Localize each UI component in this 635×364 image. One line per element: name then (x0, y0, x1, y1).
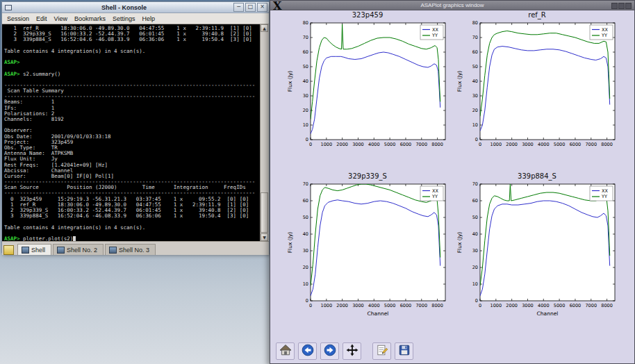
back-button[interactable] (298, 342, 317, 360)
scroll-up-icon[interactable]: ▲ (261, 24, 268, 32)
tab-shell[interactable]: Shell (17, 244, 51, 255)
menu-view[interactable]: View (51, 15, 71, 23)
window-button-1[interactable] (611, 3, 618, 9)
svg-text:60: 60 (472, 198, 478, 204)
plot-canvas[interactable]: 0102030405060700100020003000400050006000… (286, 181, 450, 329)
svg-text:Flux (Jy): Flux (Jy) (456, 71, 463, 92)
konsole-window: Shell - Konsole − □ × SessionEditViewBoo… (1, 1, 270, 253)
home-button[interactable] (276, 342, 295, 360)
konsole-titlebar[interactable]: Shell - Konsole − □ × (2, 2, 269, 13)
terminal-line: Channels: 8192 (4, 117, 261, 122)
svg-text:Flux (Jy): Flux (Jy) (456, 232, 463, 254)
pan-button[interactable] (343, 342, 361, 360)
window-button-3[interactable] (625, 3, 632, 9)
plot-canvas[interactable]: 0102030405060708001000200030004000500060… (455, 20, 619, 167)
svg-text:40: 40 (303, 231, 308, 237)
terminal-line (4, 122, 261, 128)
scroll-down-icon[interactable]: ▼ (261, 233, 268, 241)
terminal-line: ASAP> plotter.plot(s2) (4, 236, 261, 241)
svg-text:20: 20 (472, 265, 478, 270)
svg-text:40: 40 (472, 231, 478, 237)
close-button[interactable]: × (257, 3, 267, 12)
menu-session[interactable]: Session (3, 15, 33, 23)
edit-icon (376, 344, 388, 358)
svg-text:1000: 1000 (321, 142, 333, 147)
svg-text:4000: 4000 (538, 303, 550, 308)
svg-text:60: 60 (303, 49, 308, 55)
subplot-title: ref_R (455, 11, 619, 20)
minimize-button[interactable]: − (233, 3, 244, 12)
svg-text:70: 70 (472, 35, 478, 40)
konsole-window-title: Shell - Konsole (15, 4, 233, 11)
svg-text:0: 0 (479, 303, 481, 308)
new-session-icon[interactable] (3, 245, 14, 255)
svg-text:50: 50 (303, 64, 308, 69)
menu-help[interactable]: Help (138, 15, 158, 23)
menu-settings[interactable]: Settings (109, 15, 139, 23)
subplot-title: 329p339_S (286, 172, 450, 181)
svg-text:0: 0 (309, 142, 312, 147)
scrollbar-thumb[interactable] (261, 192, 268, 233)
svg-text:2000: 2000 (336, 303, 348, 308)
svg-text:YY: YY (431, 194, 438, 199)
svg-text:1000: 1000 (490, 303, 502, 308)
svg-text:20: 20 (303, 265, 308, 270)
svg-text:40: 40 (303, 78, 308, 84)
svg-text:YY: YY (601, 194, 607, 199)
plot-canvas[interactable]: 0102030405060700100020003000400050006000… (455, 181, 619, 329)
svg-text:3000: 3000 (522, 142, 534, 147)
menu-edit[interactable]: Edit (33, 15, 51, 23)
svg-text:10: 10 (472, 122, 478, 128)
svg-text:0: 0 (475, 137, 478, 142)
terminal-line: Table contains 4 integration(s) in 4 sca… (4, 49, 261, 54)
terminal-output[interactable]: 1 ref_R 18:30:06.0 -49.89.30.0 04:47:55 … (2, 24, 261, 241)
svg-text:20: 20 (303, 108, 308, 113)
forward-button[interactable] (320, 342, 339, 360)
svg-text:Channel: Channel (537, 311, 559, 317)
shell-tab-icon (109, 247, 117, 254)
plot-canvas[interactable]: 0102030405060708001000200030004000500060… (286, 20, 450, 167)
desktop: { "terminal_window": { "title": "Shell -… (0, 0, 635, 364)
svg-text:5000: 5000 (384, 303, 396, 308)
window-button-2[interactable] (618, 3, 625, 9)
terminal-scrollbar[interactable]: ▲ ▼ (260, 24, 269, 241)
terminal-line: 3 339p884_S 16:52:04.6 -46.08.33.9 06:36… (4, 213, 261, 219)
asaplot-window: X ASAPlot graphics window 323p4590102030… (270, 0, 635, 364)
session-tab-bar: ShellShell No. 2Shell No. 3 (2, 241, 269, 255)
svg-text:0: 0 (479, 142, 481, 147)
svg-text:4000: 4000 (538, 142, 550, 147)
svg-text:3000: 3000 (352, 142, 364, 147)
save-icon (398, 344, 411, 358)
terminal-line: 3 339p884_S 16:52:04.6 -46.08.33.9 06:36… (4, 37, 261, 42)
svg-text:8000: 8000 (431, 303, 443, 308)
konsole-app-icon (5, 5, 12, 10)
maximize-button[interactable]: □ (245, 3, 256, 12)
terminal-line: Table contains 4 integration(s) in 4 sca… (4, 225, 261, 231)
tab-shell-no-3[interactable]: Shell No. 3 (105, 244, 156, 255)
svg-text:20: 20 (472, 108, 478, 113)
svg-text:80: 80 (303, 20, 308, 26)
svg-text:5000: 5000 (384, 142, 396, 147)
tab-shell-no-2[interactable]: Shell No. 2 (53, 244, 104, 255)
svg-text:10: 10 (303, 281, 308, 287)
svg-text:1000: 1000 (490, 142, 502, 147)
menu-bookmarks[interactable]: Bookmarks (71, 15, 109, 23)
svg-text:YY: YY (431, 33, 438, 38)
edit-button[interactable] (372, 342, 391, 360)
svg-text:2000: 2000 (506, 142, 518, 147)
plot-toolbar (276, 342, 413, 360)
save-button[interactable] (395, 342, 413, 360)
svg-text:30: 30 (303, 93, 308, 99)
terminal-line: ASAP> s2.summary() (4, 72, 261, 77)
terminal-line: ASAP> (4, 60, 261, 65)
shell-tab-icon (22, 247, 29, 254)
svg-text:60: 60 (472, 49, 478, 55)
shell-tab-icon (57, 247, 65, 254)
svg-text:2000: 2000 (506, 303, 518, 308)
tab-label: Shell No. 2 (67, 247, 97, 254)
asaplot-titlebar[interactable]: X ASAPlot graphics window (270, 1, 634, 10)
menu-bar: SessionEditViewBookmarksSettingsHelp (2, 13, 269, 24)
svg-text:YY: YY (601, 33, 607, 38)
svg-text:5000: 5000 (554, 303, 566, 308)
svg-text:80: 80 (472, 20, 478, 26)
